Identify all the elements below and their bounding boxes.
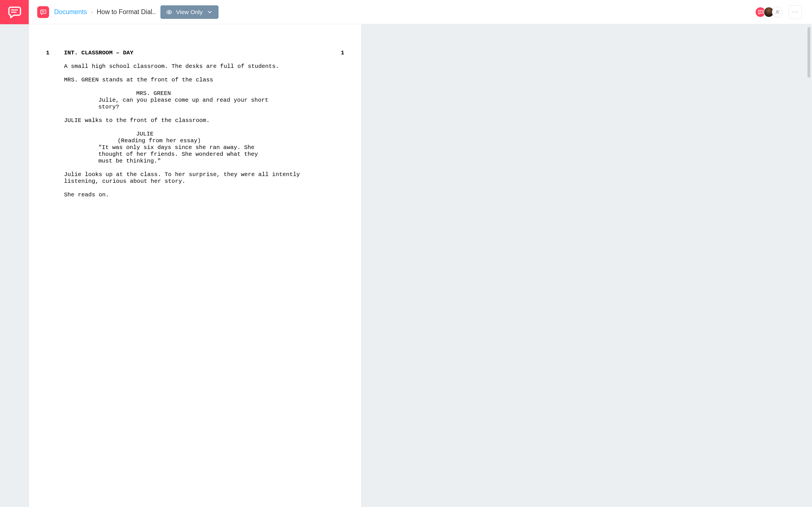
- chevron-right-icon: ›: [91, 9, 93, 15]
- script-page: 1 INT. CLASSROOM – DAY 1 A small high sc…: [29, 24, 361, 507]
- view-mode-label: View Only: [176, 9, 203, 15]
- scrollbar[interactable]: [808, 27, 810, 78]
- action-text: A small high school classroom. The desks…: [64, 63, 333, 70]
- breadcrumb-current: How to Format Dial..: [97, 8, 156, 16]
- scene-number-right: 1: [333, 50, 344, 56]
- add-collaborator-button[interactable]: [772, 7, 783, 17]
- svg-point-7: [777, 10, 778, 12]
- speech-bubble-icon: [758, 9, 763, 15]
- workspace: 1 INT. CLASSROOM – DAY 1 A small high sc…: [0, 24, 812, 507]
- brand-logo-tile[interactable]: [0, 0, 29, 24]
- action-text: JULIE walks to the front of the classroo…: [64, 117, 333, 124]
- scene-heading-line: 1 INT. CLASSROOM – DAY 1: [46, 50, 344, 56]
- add-user-icon: [775, 10, 780, 15]
- svg-point-4: [168, 11, 170, 13]
- character-cue: MRS. GREEN: [136, 90, 344, 97]
- chevron-down-icon: [207, 9, 213, 15]
- dialogue-speech: "It was only six days since she ran away…: [98, 144, 271, 165]
- action-text: Julie looks up at the class. To her surp…: [64, 171, 333, 185]
- collaborator-avatars: [755, 7, 783, 17]
- eye-icon: [166, 9, 172, 15]
- dialogue-block: JULIE (Reading from her essay) "It was o…: [46, 131, 344, 165]
- more-options-button[interactable]: ○○○: [788, 5, 802, 19]
- action-text: MRS. GREEN stands at the front of the cl…: [64, 76, 333, 83]
- speech-bubble-icon: [7, 5, 22, 19]
- view-mode-button[interactable]: View Only: [160, 5, 218, 19]
- character-cue: JULIE: [136, 131, 344, 137]
- scene-heading: INT. CLASSROOM – DAY: [60, 50, 333, 56]
- top-bar: Documents › How to Format Dial.. View On…: [0, 0, 812, 24]
- scene-number-left: 1: [46, 50, 60, 56]
- breadcrumb: Documents › How to Format Dial..: [54, 8, 156, 16]
- dialogue-speech: Julie, can you please come up and read y…: [98, 97, 271, 110]
- parenthetical: (Reading from her essay): [117, 137, 344, 144]
- action-text: She reads on.: [64, 191, 333, 198]
- document-icon-tile[interactable]: [37, 6, 49, 18]
- breadcrumb-root[interactable]: Documents: [54, 8, 87, 16]
- speech-bubble-icon: [40, 9, 47, 15]
- dialogue-block: MRS. GREEN Julie, can you please come up…: [46, 90, 344, 110]
- ellipsis-icon: ○○○: [792, 10, 799, 13]
